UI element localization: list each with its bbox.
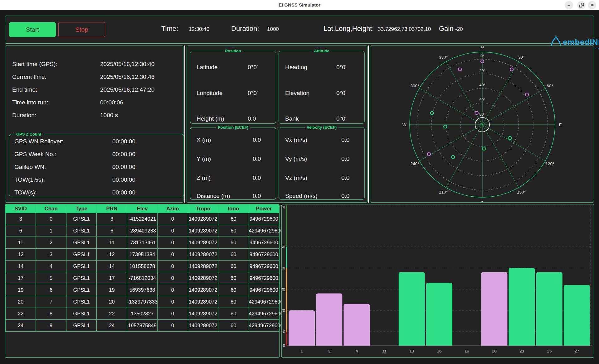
table-cell[interactable]: 9496729600 (249, 237, 279, 249)
table-cell[interactable]: 9496729600 (249, 213, 279, 225)
table-cell[interactable]: -415224021 (127, 213, 157, 225)
table-cell[interactable]: 0 (158, 237, 188, 249)
table-cell[interactable]: 4 (36, 261, 66, 272)
table-cell[interactable]: GPSL1 (66, 237, 96, 249)
table-cell[interactable]: 9496729600 (249, 272, 279, 284)
table-cell[interactable]: 1409289072 (188, 296, 218, 308)
column-header[interactable]: Chan (36, 205, 66, 213)
table-cell[interactable]: 24 (6, 320, 36, 332)
table-cell[interactable]: 8 (36, 308, 66, 320)
table-cell[interactable]: GPSL1 (66, 249, 96, 261)
table-cell[interactable]: 101558678 (127, 261, 157, 272)
splitter-handle-left[interactable] (184, 46, 185, 203)
table-row[interactable]: 175GPSL117-71681203401409289072609496729… (6, 272, 279, 284)
table-cell[interactable]: 20 (6, 296, 36, 308)
table-cell[interactable]: GPSL1 (66, 272, 96, 284)
table-cell[interactable]: 60 (218, 308, 249, 320)
table-cell[interactable]: 60 (218, 272, 249, 284)
table-cell[interactable]: 60 (218, 284, 249, 296)
table-cell[interactable]: 1409289072 (188, 284, 218, 296)
table-row[interactable]: 144GPSL114101558678014092890726094967296… (6, 261, 279, 272)
table-cell[interactable]: 9496729600 (249, 261, 279, 272)
table-cell[interactable]: 9 (36, 320, 66, 332)
table-cell[interactable]: 1409289072 (188, 261, 218, 272)
table-cell[interactable]: -716812034 (127, 272, 157, 284)
column-header[interactable]: Power (249, 205, 279, 213)
table-cell[interactable]: 173951384 (127, 249, 157, 261)
table-cell[interactable]: 0 (36, 213, 66, 225)
table-cell[interactable]: 0 (158, 308, 188, 320)
minimize-button[interactable]: – (565, 1, 573, 9)
table-cell[interactable]: 60 (218, 213, 249, 225)
table-row[interactable]: 61GPSL16-2894092380140928907260429496729… (6, 225, 279, 237)
table-cell[interactable]: GPSL1 (66, 213, 96, 225)
table-cell[interactable]: 17 (6, 272, 36, 284)
table-cell[interactable]: 20 (97, 296, 127, 308)
table-cell[interactable]: 1409289072 (188, 249, 218, 261)
table-cell[interactable]: 1409289072 (188, 237, 218, 249)
table-cell[interactable]: 14 (6, 261, 36, 272)
table-cell[interactable]: 429496729600 (249, 308, 279, 320)
table-cell[interactable]: 429496729600 (249, 225, 279, 237)
table-cell[interactable]: 60 (218, 296, 249, 308)
table-cell[interactable]: 429496729600 (249, 320, 279, 332)
table-cell[interactable]: 0 (158, 213, 188, 225)
table-cell[interactable]: 6 (97, 225, 127, 237)
splitter-handle-right[interactable] (368, 46, 369, 203)
table-cell[interactable]: 3 (6, 213, 36, 225)
column-header[interactable]: Iono (218, 205, 249, 213)
table-row[interactable]: 123GPSL112173951384014092890726094967296… (6, 249, 279, 261)
table-cell[interactable]: 60 (218, 237, 249, 249)
table-cell[interactable]: 0 (158, 249, 188, 261)
table-cell[interactable]: 7 (36, 296, 66, 308)
restore-button[interactable] (577, 1, 586, 9)
table-cell[interactable]: -731713461 (127, 237, 157, 249)
table-cell[interactable]: 11 (6, 237, 36, 249)
table-cell[interactable]: 0 (158, 296, 188, 308)
table-cell[interactable]: GPSL1 (66, 320, 96, 332)
table-row[interactable]: 207GPSL120-13297978330140928907260429496… (6, 296, 279, 308)
table-cell[interactable]: 0 (158, 225, 188, 237)
table-cell[interactable]: -1329797833 (127, 296, 157, 308)
table-cell[interactable]: GPSL1 (66, 284, 96, 296)
column-header[interactable]: PRN (97, 205, 127, 213)
table-cell[interactable]: 60 (218, 320, 249, 332)
table-cell[interactable]: GPSL1 (66, 308, 96, 320)
table-cell[interactable]: 19 (6, 284, 36, 296)
stop-button[interactable]: Stop (58, 22, 105, 37)
table-cell[interactable]: GPSL1 (66, 296, 96, 308)
table-cell[interactable]: 0 (158, 284, 188, 296)
close-button[interactable]: × (588, 1, 596, 9)
table-cell[interactable]: 12 (97, 249, 127, 261)
table-cell[interactable]: 3 (36, 249, 66, 261)
table-row[interactable]: 228GPSL122135028270140928907260429496729… (6, 308, 279, 320)
table-cell[interactable]: 1409289072 (188, 320, 218, 332)
table-cell[interactable]: 13502827 (127, 308, 157, 320)
column-header[interactable]: Tropo (188, 205, 218, 213)
table-cell[interactable]: 1409289072 (188, 308, 218, 320)
table-cell[interactable]: 9496729600 (249, 249, 279, 261)
table-row[interactable]: 30GPSL13-4152240210140928907260949672960… (6, 213, 279, 225)
table-cell[interactable]: 14 (97, 261, 127, 272)
table-cell[interactable]: 1957875849 (127, 320, 157, 332)
table-cell[interactable]: GPSL1 (66, 225, 96, 237)
table-cell[interactable]: 1409289072 (188, 213, 218, 225)
table-cell[interactable]: 0 (158, 272, 188, 284)
table-cell[interactable]: 19 (97, 284, 127, 296)
table-cell[interactable]: 1 (36, 225, 66, 237)
table-cell[interactable]: 60 (218, 225, 249, 237)
table-cell[interactable]: 22 (97, 308, 127, 320)
start-button[interactable]: Start (9, 22, 56, 37)
table-cell[interactable]: -289409238 (127, 225, 157, 237)
table-cell[interactable]: 12 (6, 249, 36, 261)
table-row[interactable]: 112GPSL111-73171346101409289072609496729… (6, 237, 279, 249)
table-cell[interactable]: 22 (6, 308, 36, 320)
table-cell[interactable]: 0 (158, 261, 188, 272)
table-cell[interactable]: 569397638 (127, 284, 157, 296)
column-header[interactable]: SVID (6, 205, 36, 213)
table-cell[interactable]: 6 (6, 225, 36, 237)
table-cell[interactable]: 1409289072 (188, 225, 218, 237)
table-cell[interactable]: 2 (36, 237, 66, 249)
table-cell[interactable]: 60 (218, 261, 249, 272)
table-cell[interactable]: 60 (218, 249, 249, 261)
